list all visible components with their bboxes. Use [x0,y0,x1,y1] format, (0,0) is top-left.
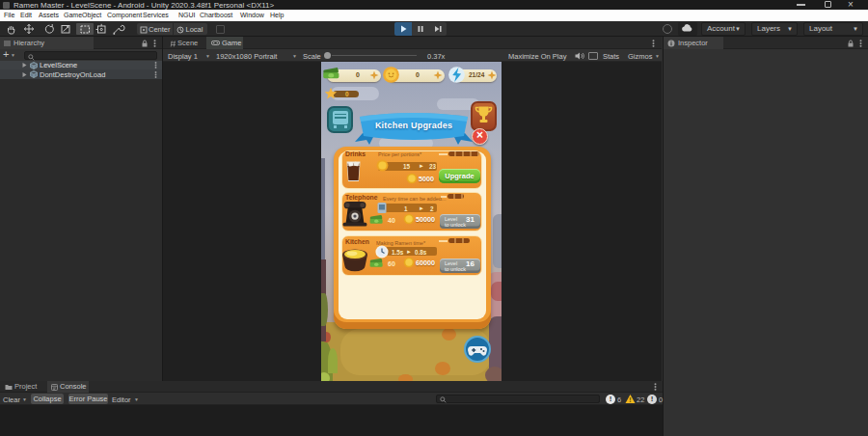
svg-text:!: ! [629,396,631,403]
